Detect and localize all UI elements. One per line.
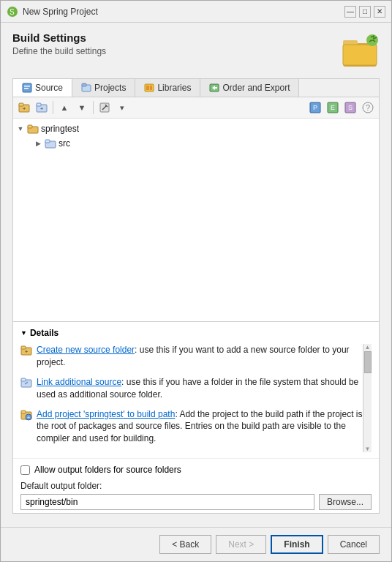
detail-item-add-project: + Add project 'springtest' to build path…: [20, 408, 363, 445]
svg-rect-9: [24, 88, 29, 89]
header-text: Build Settings Define the build settings: [12, 31, 106, 56]
maximize-button[interactable]: □: [359, 6, 371, 18]
move-down-button[interactable]: ▼: [74, 100, 90, 116]
svg-rect-4: [343, 45, 377, 65]
tab-source[interactable]: Source: [13, 79, 72, 97]
back-button[interactable]: < Back: [159, 535, 211, 554]
tab-projects[interactable]: Projects: [72, 79, 135, 97]
allow-output-checkbox[interactable]: [20, 465, 30, 475]
minimize-button[interactable]: —: [344, 6, 356, 18]
allow-output-checkbox-row: Allow output folders for source folders: [20, 465, 372, 475]
svg-rect-32: [28, 125, 32, 128]
order-export-tab-icon: [209, 83, 219, 93]
scroll-up-arrow[interactable]: ▲: [363, 344, 372, 350]
browse-button[interactable]: Browse...: [319, 494, 372, 510]
detail-item-create: + Create new source folder: use this if …: [20, 344, 363, 369]
page-title: Build Settings: [12, 31, 106, 44]
help-button[interactable]: ?: [360, 100, 376, 116]
detail-icon-add-project: +: [20, 409, 32, 421]
toolbar-link3-button[interactable]: S: [342, 100, 358, 116]
details-header: ▼ Details: [20, 328, 372, 338]
titlebar-controls: — □ ✕: [344, 6, 385, 18]
tab-libraries[interactable]: Libraries: [135, 79, 200, 97]
svg-rect-39: [21, 378, 26, 381]
detail-text-create: Create new source folder: use this if yo…: [37, 344, 363, 369]
details-collapse-icon[interactable]: ▼: [20, 329, 27, 337]
root-expand-icon[interactable]: ▼: [16, 124, 25, 133]
create-source-link[interactable]: Create new source folder: [37, 345, 135, 355]
detail-item-link: Link additional source: use this if you …: [20, 376, 363, 401]
svg-rect-13: [146, 86, 149, 90]
projects-tab-icon: [81, 83, 91, 93]
details-content: + Create new source folder: use this if …: [20, 344, 363, 452]
svg-rect-14: [150, 86, 152, 90]
edit-dropdown-button[interactable]: ▾: [114, 100, 130, 116]
src-expand-icon[interactable]: ▶: [34, 139, 42, 148]
output-folder-row: Browse...: [20, 494, 372, 510]
edit-button[interactable]: [97, 100, 113, 116]
details-title: Details: [30, 328, 59, 338]
svg-text:?: ?: [366, 103, 370, 112]
svg-text:+: +: [25, 348, 29, 355]
header-section: Build Settings Define the build settings: [12, 31, 380, 70]
output-folder-input[interactable]: [20, 494, 314, 510]
detail-text-add-project: Add project 'springtest' to build path: …: [37, 408, 363, 445]
src-folder-icon: [45, 138, 56, 149]
detail-text-link: Link additional source: use this if you …: [37, 376, 363, 401]
toolbar-link1-button[interactable]: P: [307, 100, 323, 116]
output-folder-label: Default output folder:: [20, 481, 372, 491]
svg-rect-8: [24, 86, 30, 87]
source-tab-icon: [22, 83, 32, 93]
spring-icon: S: [7, 6, 18, 18]
svg-text:S: S: [10, 8, 15, 16]
svg-text:+: +: [27, 415, 30, 420]
header-folder-icon: [342, 31, 380, 70]
svg-text:S: S: [348, 104, 353, 111]
move-up-button[interactable]: ▲: [56, 100, 72, 116]
titlebar: S New Spring Project — □ ✕: [1, 1, 391, 23]
allow-output-label: Allow output folders for source folders: [34, 465, 181, 475]
separator-2: [93, 101, 94, 114]
cancel-button[interactable]: Cancel: [328, 535, 380, 554]
svg-text:+: +: [40, 105, 44, 112]
link-additional-link[interactable]: Link additional source: [37, 377, 121, 387]
folder-open-svg: [342, 31, 380, 70]
src-label: src: [59, 138, 70, 149]
details-scrollbar[interactable]: ▲ ▼: [363, 344, 372, 452]
tree-child-area: ▶ src: [13, 136, 379, 151]
tab-order-export[interactable]: Order and Export: [200, 79, 299, 97]
finish-button[interactable]: Finish: [271, 535, 323, 554]
page-subtitle: Define the build settings: [12, 46, 106, 56]
close-button[interactable]: ✕: [374, 6, 385, 18]
button-bar: < Back Next > Finish Cancel: [1, 528, 391, 561]
source-tree: ▼ springtest ▶ src: [13, 119, 379, 321]
next-button[interactable]: Next >: [216, 535, 266, 554]
tree-src-item[interactable]: ▶ src: [31, 136, 379, 151]
detail-icon-link: [20, 377, 32, 389]
toolbar-link2-button[interactable]: E: [325, 100, 341, 116]
detail-icon-create: +: [20, 345, 32, 356]
add-project-link[interactable]: Add project 'springtest' to build path: [37, 409, 175, 419]
tree-root-item[interactable]: ▼ springtest: [13, 121, 379, 136]
scroll-down-arrow[interactable]: ▼: [363, 446, 372, 452]
root-folder-icon: [27, 123, 39, 135]
toolbar-right: P E S ?: [307, 100, 376, 116]
tab-source-label: Source: [35, 83, 63, 93]
source-toolbar: + + ▲ ▼ ▾ P E: [13, 97, 379, 119]
footer-section: Allow output folders for source folders …: [13, 458, 379, 513]
details-section: ▼ Details + Create new source folder:: [13, 321, 379, 458]
main-content: Build Settings Define the build settings: [1, 23, 391, 520]
svg-text:+: +: [23, 105, 26, 112]
svg-rect-11: [82, 83, 86, 86]
svg-text:E: E: [331, 104, 335, 111]
add-folder-button[interactable]: +: [16, 100, 32, 116]
tab-libraries-label: Libraries: [157, 83, 191, 93]
window-title: New Spring Project: [23, 7, 344, 17]
add-folder2-button[interactable]: +: [34, 100, 50, 116]
main-panel: + + ▲ ▼ ▾ P E: [12, 97, 380, 514]
libraries-tab-icon: [144, 83, 154, 93]
details-scroll-panel: + Create new source folder: use this if …: [20, 344, 372, 452]
scroll-thumb[interactable]: [364, 351, 372, 373]
tab-projects-label: Projects: [94, 83, 126, 93]
svg-rect-41: [21, 411, 26, 413]
